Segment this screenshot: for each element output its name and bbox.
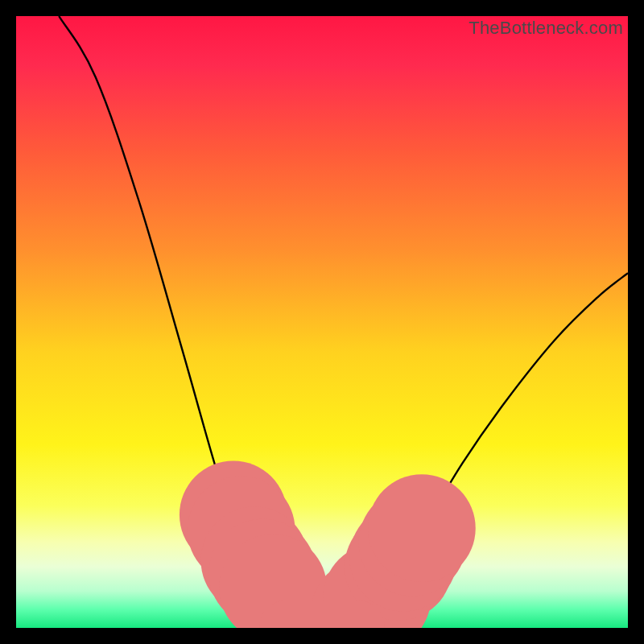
chart-svg <box>16 16 628 628</box>
bottleneck-curve <box>59 16 628 628</box>
chart-frame: TheBottleneck.com <box>0 0 644 644</box>
marker-dot <box>368 474 476 582</box>
plot-area: TheBottleneck.com <box>16 16 628 628</box>
watermark-text: TheBottleneck.com <box>469 18 623 39</box>
